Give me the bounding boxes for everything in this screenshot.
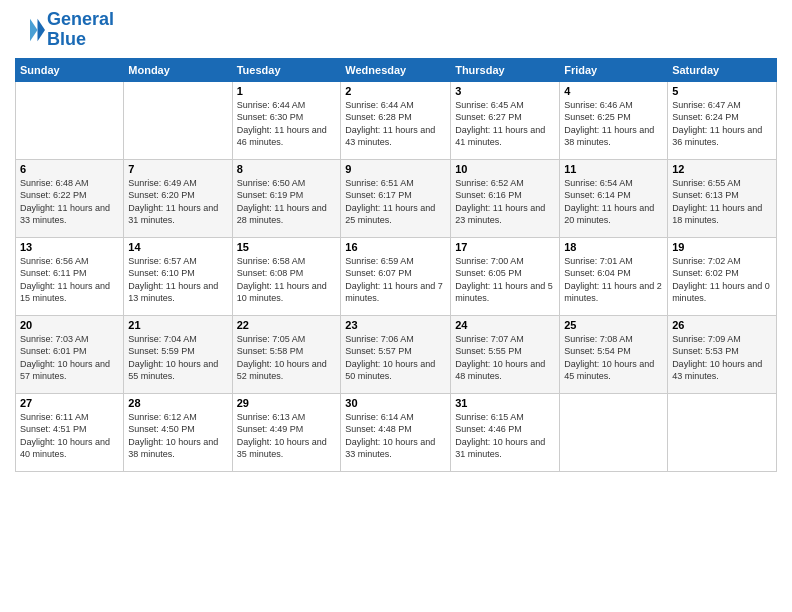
calendar-cell: 7Sunrise: 6:49 AM Sunset: 6:20 PM Daylig… <box>124 159 232 237</box>
day-number: 18 <box>564 241 663 253</box>
day-number: 5 <box>672 85 772 97</box>
day-info: Sunrise: 6:57 AM Sunset: 6:10 PM Dayligh… <box>128 255 227 305</box>
day-info: Sunrise: 6:14 AM Sunset: 4:48 PM Dayligh… <box>345 411 446 461</box>
calendar-cell: 22Sunrise: 7:05 AM Sunset: 5:58 PM Dayli… <box>232 315 341 393</box>
day-number: 7 <box>128 163 227 175</box>
calendar-cell: 29Sunrise: 6:13 AM Sunset: 4:49 PM Dayli… <box>232 393 341 471</box>
day-info: Sunrise: 7:04 AM Sunset: 5:59 PM Dayligh… <box>128 333 227 383</box>
calendar-cell: 31Sunrise: 6:15 AM Sunset: 4:46 PM Dayli… <box>451 393 560 471</box>
day-info: Sunrise: 6:49 AM Sunset: 6:20 PM Dayligh… <box>128 177 227 227</box>
calendar-cell: 6Sunrise: 6:48 AM Sunset: 6:22 PM Daylig… <box>16 159 124 237</box>
calendar-cell: 17Sunrise: 7:00 AM Sunset: 6:05 PM Dayli… <box>451 237 560 315</box>
calendar-cell: 28Sunrise: 6:12 AM Sunset: 4:50 PM Dayli… <box>124 393 232 471</box>
day-number: 29 <box>237 397 337 409</box>
calendar-cell: 24Sunrise: 7:07 AM Sunset: 5:55 PM Dayli… <box>451 315 560 393</box>
day-info: Sunrise: 6:47 AM Sunset: 6:24 PM Dayligh… <box>672 99 772 149</box>
calendar-cell: 25Sunrise: 7:08 AM Sunset: 5:54 PM Dayli… <box>560 315 668 393</box>
calendar-cell: 4Sunrise: 6:46 AM Sunset: 6:25 PM Daylig… <box>560 81 668 159</box>
calendar-cell: 12Sunrise: 6:55 AM Sunset: 6:13 PM Dayli… <box>668 159 777 237</box>
calendar-cell: 27Sunrise: 6:11 AM Sunset: 4:51 PM Dayli… <box>16 393 124 471</box>
calendar-cell <box>16 81 124 159</box>
logo-text: General Blue <box>47 10 114 50</box>
day-info: Sunrise: 6:51 AM Sunset: 6:17 PM Dayligh… <box>345 177 446 227</box>
calendar-cell: 2Sunrise: 6:44 AM Sunset: 6:28 PM Daylig… <box>341 81 451 159</box>
day-number: 3 <box>455 85 555 97</box>
day-info: Sunrise: 7:07 AM Sunset: 5:55 PM Dayligh… <box>455 333 555 383</box>
day-number: 11 <box>564 163 663 175</box>
calendar-week-row: 27Sunrise: 6:11 AM Sunset: 4:51 PM Dayli… <box>16 393 777 471</box>
calendar-cell <box>560 393 668 471</box>
calendar-cell: 19Sunrise: 7:02 AM Sunset: 6:02 PM Dayli… <box>668 237 777 315</box>
calendar-cell: 9Sunrise: 6:51 AM Sunset: 6:17 PM Daylig… <box>341 159 451 237</box>
day-info: Sunrise: 6:48 AM Sunset: 6:22 PM Dayligh… <box>20 177 119 227</box>
day-info: Sunrise: 6:46 AM Sunset: 6:25 PM Dayligh… <box>564 99 663 149</box>
day-number: 14 <box>128 241 227 253</box>
calendar-cell: 10Sunrise: 6:52 AM Sunset: 6:16 PM Dayli… <box>451 159 560 237</box>
calendar-cell: 5Sunrise: 6:47 AM Sunset: 6:24 PM Daylig… <box>668 81 777 159</box>
day-info: Sunrise: 7:06 AM Sunset: 5:57 PM Dayligh… <box>345 333 446 383</box>
calendar-week-row: 1Sunrise: 6:44 AM Sunset: 6:30 PM Daylig… <box>16 81 777 159</box>
calendar-cell: 16Sunrise: 6:59 AM Sunset: 6:07 PM Dayli… <box>341 237 451 315</box>
day-info: Sunrise: 6:58 AM Sunset: 6:08 PM Dayligh… <box>237 255 337 305</box>
day-of-week-header: Friday <box>560 58 668 81</box>
day-info: Sunrise: 6:54 AM Sunset: 6:14 PM Dayligh… <box>564 177 663 227</box>
day-number: 22 <box>237 319 337 331</box>
day-number: 30 <box>345 397 446 409</box>
day-info: Sunrise: 7:09 AM Sunset: 5:53 PM Dayligh… <box>672 333 772 383</box>
day-info: Sunrise: 7:01 AM Sunset: 6:04 PM Dayligh… <box>564 255 663 305</box>
day-number: 4 <box>564 85 663 97</box>
day-number: 21 <box>128 319 227 331</box>
day-info: Sunrise: 6:59 AM Sunset: 6:07 PM Dayligh… <box>345 255 446 305</box>
calendar-header-row: SundayMondayTuesdayWednesdayThursdayFrid… <box>16 58 777 81</box>
day-number: 20 <box>20 319 119 331</box>
day-info: Sunrise: 6:44 AM Sunset: 6:28 PM Dayligh… <box>345 99 446 149</box>
calendar-week-row: 6Sunrise: 6:48 AM Sunset: 6:22 PM Daylig… <box>16 159 777 237</box>
calendar-cell: 20Sunrise: 7:03 AM Sunset: 6:01 PM Dayli… <box>16 315 124 393</box>
day-info: Sunrise: 7:02 AM Sunset: 6:02 PM Dayligh… <box>672 255 772 305</box>
page-header: General Blue <box>15 10 777 50</box>
day-of-week-header: Sunday <box>16 58 124 81</box>
day-info: Sunrise: 6:13 AM Sunset: 4:49 PM Dayligh… <box>237 411 337 461</box>
day-info: Sunrise: 6:11 AM Sunset: 4:51 PM Dayligh… <box>20 411 119 461</box>
calendar-cell: 23Sunrise: 7:06 AM Sunset: 5:57 PM Dayli… <box>341 315 451 393</box>
day-info: Sunrise: 6:50 AM Sunset: 6:19 PM Dayligh… <box>237 177 337 227</box>
day-info: Sunrise: 7:05 AM Sunset: 5:58 PM Dayligh… <box>237 333 337 383</box>
day-number: 28 <box>128 397 227 409</box>
calendar-cell: 8Sunrise: 6:50 AM Sunset: 6:19 PM Daylig… <box>232 159 341 237</box>
day-info: Sunrise: 7:03 AM Sunset: 6:01 PM Dayligh… <box>20 333 119 383</box>
calendar-cell: 13Sunrise: 6:56 AM Sunset: 6:11 PM Dayli… <box>16 237 124 315</box>
day-number: 17 <box>455 241 555 253</box>
day-number: 25 <box>564 319 663 331</box>
day-number: 6 <box>20 163 119 175</box>
day-number: 27 <box>20 397 119 409</box>
calendar-cell: 21Sunrise: 7:04 AM Sunset: 5:59 PM Dayli… <box>124 315 232 393</box>
day-info: Sunrise: 7:00 AM Sunset: 6:05 PM Dayligh… <box>455 255 555 305</box>
day-of-week-header: Saturday <box>668 58 777 81</box>
calendar-cell <box>124 81 232 159</box>
day-number: 24 <box>455 319 555 331</box>
calendar-cell: 14Sunrise: 6:57 AM Sunset: 6:10 PM Dayli… <box>124 237 232 315</box>
day-number: 1 <box>237 85 337 97</box>
svg-marker-0 <box>38 19 46 42</box>
day-number: 10 <box>455 163 555 175</box>
calendar-cell: 30Sunrise: 6:14 AM Sunset: 4:48 PM Dayli… <box>341 393 451 471</box>
day-number: 15 <box>237 241 337 253</box>
logo-icon <box>15 15 45 45</box>
day-number: 19 <box>672 241 772 253</box>
calendar-cell: 3Sunrise: 6:45 AM Sunset: 6:27 PM Daylig… <box>451 81 560 159</box>
day-info: Sunrise: 6:45 AM Sunset: 6:27 PM Dayligh… <box>455 99 555 149</box>
calendar-cell: 1Sunrise: 6:44 AM Sunset: 6:30 PM Daylig… <box>232 81 341 159</box>
day-number: 13 <box>20 241 119 253</box>
calendar-table: SundayMondayTuesdayWednesdayThursdayFrid… <box>15 58 777 472</box>
day-of-week-header: Monday <box>124 58 232 81</box>
calendar-cell: 11Sunrise: 6:54 AM Sunset: 6:14 PM Dayli… <box>560 159 668 237</box>
day-of-week-header: Tuesday <box>232 58 341 81</box>
day-info: Sunrise: 6:12 AM Sunset: 4:50 PM Dayligh… <box>128 411 227 461</box>
logo: General Blue <box>15 10 114 50</box>
day-number: 31 <box>455 397 555 409</box>
day-number: 12 <box>672 163 772 175</box>
day-number: 2 <box>345 85 446 97</box>
day-number: 26 <box>672 319 772 331</box>
calendar-week-row: 13Sunrise: 6:56 AM Sunset: 6:11 PM Dayli… <box>16 237 777 315</box>
day-info: Sunrise: 6:15 AM Sunset: 4:46 PM Dayligh… <box>455 411 555 461</box>
